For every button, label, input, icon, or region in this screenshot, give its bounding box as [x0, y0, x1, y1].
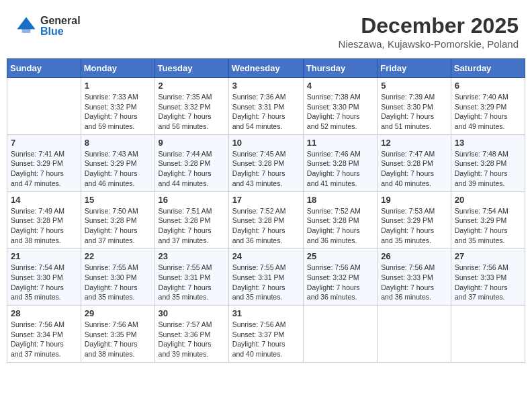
day-number: 18 [307, 195, 373, 205]
day-number: 19 [381, 195, 447, 205]
calendar-cell: 27Sunrise: 7:56 AM Sunset: 3:33 PM Dayli… [451, 248, 525, 306]
day-info: Sunrise: 7:35 AM Sunset: 3:32 PM Dayligh… [159, 92, 225, 132]
day-number: 30 [159, 308, 225, 318]
day-number: 14 [11, 195, 77, 205]
day-info: Sunrise: 7:33 AM Sunset: 3:32 PM Dayligh… [85, 92, 151, 132]
day-number: 11 [307, 138, 373, 148]
calendar-cell: 3Sunrise: 7:36 AM Sunset: 3:31 PM Daylig… [228, 78, 303, 135]
calendar-cell [7, 78, 81, 135]
day-info: Sunrise: 7:56 AM Sunset: 3:33 PM Dayligh… [455, 263, 521, 302]
day-number: 29 [85, 308, 151, 318]
day-number: 17 [232, 195, 300, 205]
day-info: Sunrise: 7:54 AM Sunset: 3:29 PM Dayligh… [455, 206, 521, 246]
page-header: General Blue December 2025 Nieszawa, Kuj… [7, 7, 525, 53]
day-info: Sunrise: 7:41 AM Sunset: 3:29 PM Dayligh… [11, 149, 77, 189]
day-info: Sunrise: 7:40 AM Sunset: 3:29 PM Dayligh… [455, 92, 521, 132]
day-number: 28 [11, 308, 77, 318]
day-number: 16 [159, 195, 225, 205]
header-day-wednesday: Wednesday [228, 59, 303, 78]
day-info: Sunrise: 7:43 AM Sunset: 3:29 PM Dayligh… [85, 149, 151, 189]
day-info: Sunrise: 7:52 AM Sunset: 3:28 PM Dayligh… [232, 206, 300, 246]
day-number: 27 [455, 251, 521, 261]
calendar-cell: 11Sunrise: 7:46 AM Sunset: 3:28 PM Dayli… [303, 134, 377, 191]
calendar-cell: 12Sunrise: 7:47 AM Sunset: 3:28 PM Dayli… [378, 134, 451, 191]
calendar-cell: 30Sunrise: 7:57 AM Sunset: 3:36 PM Dayli… [154, 306, 228, 363]
week-row-5: 28Sunrise: 7:56 AM Sunset: 3:34 PM Dayli… [7, 306, 525, 363]
header-day-tuesday: Tuesday [154, 59, 228, 78]
day-number: 1 [85, 81, 151, 91]
calendar-table: SundayMondayTuesdayWednesdayThursdayFrid… [7, 58, 525, 363]
calendar-cell: 20Sunrise: 7:54 AM Sunset: 3:29 PM Dayli… [451, 191, 525, 248]
title-section: December 2025 Nieszawa, Kujawsko-Pomorsk… [339, 13, 519, 50]
calendar-cell [303, 306, 377, 363]
calendar-cell: 28Sunrise: 7:56 AM Sunset: 3:34 PM Dayli… [7, 306, 81, 363]
day-info: Sunrise: 7:53 AM Sunset: 3:29 PM Dayligh… [381, 206, 447, 246]
calendar-cell: 19Sunrise: 7:53 AM Sunset: 3:29 PM Dayli… [378, 191, 451, 248]
calendar-cell: 2Sunrise: 7:35 AM Sunset: 3:32 PM Daylig… [154, 78, 228, 135]
calendar-cell: 15Sunrise: 7:50 AM Sunset: 3:28 PM Dayli… [81, 191, 154, 248]
day-info: Sunrise: 7:38 AM Sunset: 3:30 PM Dayligh… [307, 92, 373, 132]
logo-text: General Blue [40, 15, 81, 37]
day-info: Sunrise: 7:47 AM Sunset: 3:28 PM Dayligh… [381, 149, 447, 189]
calendar-cell: 21Sunrise: 7:54 AM Sunset: 3:30 PM Dayli… [7, 248, 81, 306]
day-info: Sunrise: 7:49 AM Sunset: 3:28 PM Dayligh… [11, 206, 77, 246]
day-info: Sunrise: 7:45 AM Sunset: 3:28 PM Dayligh… [232, 149, 300, 189]
svg-marker-1 [22, 23, 31, 32]
header-day-thursday: Thursday [303, 59, 377, 78]
calendar-cell: 14Sunrise: 7:49 AM Sunset: 3:28 PM Dayli… [7, 191, 81, 248]
week-row-2: 7Sunrise: 7:41 AM Sunset: 3:29 PM Daylig… [7, 134, 525, 191]
day-info: Sunrise: 7:56 AM Sunset: 3:35 PM Dayligh… [85, 320, 151, 359]
day-number: 12 [381, 138, 447, 148]
day-number: 26 [381, 251, 447, 261]
calendar-cell: 31Sunrise: 7:56 AM Sunset: 3:37 PM Dayli… [228, 306, 303, 363]
header-row: SundayMondayTuesdayWednesdayThursdayFrid… [7, 59, 525, 78]
logo-general-text: General [40, 15, 81, 26]
day-number: 21 [11, 251, 77, 261]
week-row-3: 14Sunrise: 7:49 AM Sunset: 3:28 PM Dayli… [7, 191, 525, 248]
calendar-cell: 5Sunrise: 7:39 AM Sunset: 3:30 PM Daylig… [378, 78, 451, 135]
header-day-sunday: Sunday [7, 59, 81, 78]
day-number: 25 [307, 251, 373, 261]
calendar-cell: 16Sunrise: 7:51 AM Sunset: 3:28 PM Dayli… [154, 191, 228, 248]
calendar-cell: 7Sunrise: 7:41 AM Sunset: 3:29 PM Daylig… [7, 134, 81, 191]
day-info: Sunrise: 7:48 AM Sunset: 3:28 PM Dayligh… [455, 149, 521, 189]
day-number: 9 [159, 138, 225, 148]
day-number: 7 [11, 138, 77, 148]
logo: General Blue [13, 13, 81, 39]
calendar-cell: 10Sunrise: 7:45 AM Sunset: 3:28 PM Dayli… [228, 134, 303, 191]
calendar-cell: 8Sunrise: 7:43 AM Sunset: 3:29 PM Daylig… [81, 134, 154, 191]
day-number: 8 [85, 138, 151, 148]
logo-blue-text: Blue [40, 26, 81, 37]
calendar-cell: 23Sunrise: 7:55 AM Sunset: 3:31 PM Dayli… [154, 248, 228, 306]
calendar-body: 1Sunrise: 7:33 AM Sunset: 3:32 PM Daylig… [7, 78, 525, 363]
day-info: Sunrise: 7:56 AM Sunset: 3:32 PM Dayligh… [307, 263, 373, 302]
day-number: 22 [85, 251, 151, 261]
day-info: Sunrise: 7:56 AM Sunset: 3:37 PM Dayligh… [232, 320, 300, 359]
week-row-4: 21Sunrise: 7:54 AM Sunset: 3:30 PM Dayli… [7, 248, 525, 306]
logo-icon [13, 13, 39, 39]
calendar-cell: 29Sunrise: 7:56 AM Sunset: 3:35 PM Dayli… [81, 306, 154, 363]
day-info: Sunrise: 7:36 AM Sunset: 3:31 PM Dayligh… [232, 92, 300, 132]
day-number: 5 [381, 81, 447, 91]
day-info: Sunrise: 7:39 AM Sunset: 3:30 PM Dayligh… [381, 92, 447, 132]
day-number: 23 [159, 251, 225, 261]
day-info: Sunrise: 7:55 AM Sunset: 3:30 PM Dayligh… [85, 263, 151, 302]
day-number: 15 [85, 195, 151, 205]
calendar-cell: 17Sunrise: 7:52 AM Sunset: 3:28 PM Dayli… [228, 191, 303, 248]
calendar-cell: 6Sunrise: 7:40 AM Sunset: 3:29 PM Daylig… [451, 78, 525, 135]
day-info: Sunrise: 7:57 AM Sunset: 3:36 PM Dayligh… [159, 320, 225, 359]
day-number: 2 [159, 81, 225, 91]
day-info: Sunrise: 7:55 AM Sunset: 3:31 PM Dayligh… [159, 263, 225, 302]
day-info: Sunrise: 7:46 AM Sunset: 3:28 PM Dayligh… [307, 149, 373, 189]
calendar-cell: 13Sunrise: 7:48 AM Sunset: 3:28 PM Dayli… [451, 134, 525, 191]
day-info: Sunrise: 7:52 AM Sunset: 3:28 PM Dayligh… [307, 206, 373, 246]
week-row-1: 1Sunrise: 7:33 AM Sunset: 3:32 PM Daylig… [7, 78, 525, 135]
calendar-cell: 22Sunrise: 7:55 AM Sunset: 3:30 PM Dayli… [81, 248, 154, 306]
header-day-saturday: Saturday [451, 59, 525, 78]
day-number: 10 [232, 138, 300, 148]
day-number: 4 [307, 81, 373, 91]
calendar-cell: 9Sunrise: 7:44 AM Sunset: 3:28 PM Daylig… [154, 134, 228, 191]
month-year-title: December 2025 [339, 13, 519, 38]
day-info: Sunrise: 7:55 AM Sunset: 3:31 PM Dayligh… [232, 263, 300, 302]
location-subtitle: Nieszawa, Kujawsko-Pomorskie, Poland [339, 38, 519, 50]
